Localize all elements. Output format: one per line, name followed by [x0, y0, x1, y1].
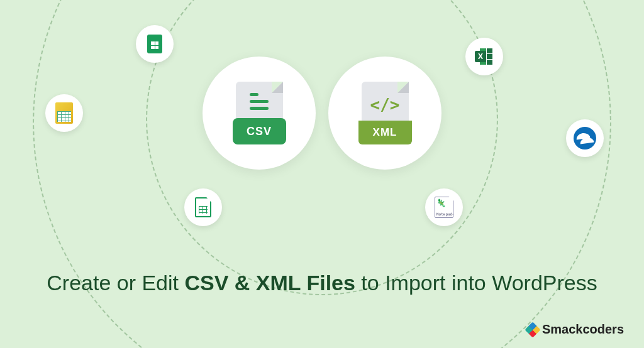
openoffice-calc-icon — [45, 94, 83, 132]
notepad-label: Notepad++ — [436, 212, 452, 216]
libreoffice-calc-icon — [184, 188, 222, 226]
brand-name: Smackcoders — [542, 322, 624, 337]
xml-file-icon: </> XML — [358, 82, 412, 144]
xml-badge-label: XML — [358, 121, 412, 144]
headline-prefix: Create or Edit — [47, 271, 184, 295]
csv-file-icon: CSV — [233, 82, 286, 144]
xml-file-circle: </> XML — [328, 57, 441, 170]
csv-badge-label: CSV — [233, 118, 286, 144]
center-icon-group: CSV </> XML — [203, 57, 441, 170]
headline-suffix: to Import into WordPress — [355, 271, 597, 295]
excel-x-label: X — [475, 51, 486, 62]
openoffice-icon — [566, 119, 604, 157]
headline-bold: CSV & XML Files — [184, 271, 355, 295]
csv-file-circle: CSV — [203, 57, 316, 170]
google-sheets-icon — [136, 25, 174, 63]
page-headline: Create or Edit CSV & XML Files to Import… — [0, 269, 644, 298]
brand-logo-icon — [525, 322, 540, 337]
notepad-plus-plus-icon: 🦎 Notepad++ — [425, 188, 463, 226]
brand-badge: Smackcoders — [527, 322, 624, 337]
xml-code-glyph: </> — [370, 95, 400, 114]
microsoft-excel-icon: X — [465, 38, 503, 75]
